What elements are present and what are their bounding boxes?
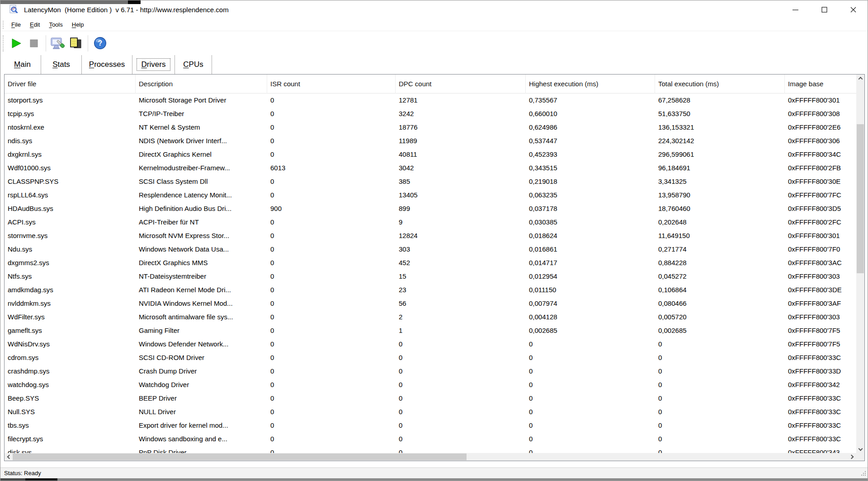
column-header-highest-execution[interactable]: Highest execution (ms): [526, 75, 655, 93]
cell-image-base: 0xFFFFF800'3DE: [785, 283, 856, 297]
cell-dpc-count: 452: [396, 256, 526, 270]
report-button[interactable]: [67, 34, 85, 52]
table-row[interactable]: filecrypt.sys Windows sandboxing and e..…: [5, 432, 856, 446]
scroll-down-button[interactable]: [856, 445, 864, 453]
table-row[interactable]: gameflt.sys Gaming Filter 0 1 0,002685 0…: [5, 324, 856, 337]
horizontal-scrollbar[interactable]: [5, 453, 856, 461]
cell-highest-execution: 0: [526, 378, 655, 392]
resize-grip[interactable]: [865, 475, 866, 476]
menu-item-file[interactable]: File: [7, 20, 25, 30]
table-row[interactable]: tbs.sys Export driver for kernel mod... …: [5, 419, 856, 432]
tab-main[interactable]: Main: [4, 55, 41, 74]
help-button[interactable]: ?: [91, 34, 109, 52]
vertical-scrollbar[interactable]: [856, 75, 864, 453]
menu-item-help[interactable]: Help: [67, 20, 89, 30]
cell-description: Kernelmodustreiber-Framew...: [136, 161, 267, 175]
cell-highest-execution: 0,002685: [526, 324, 655, 337]
tab-drivers[interactable]: Drivers: [132, 55, 175, 74]
cell-image-base: 0xFFFFF800'2FC: [785, 215, 856, 229]
table-row[interactable]: stornvme.sys Microsoft NVM Express Stor.…: [5, 229, 856, 243]
table-row[interactable]: disk.sys PnP Disk Driver 0 0 0 0 0xFFFFF…: [5, 446, 856, 453]
stop-monitor-button[interactable]: [25, 34, 43, 52]
cell-image-base: 0xFFFFF800'33C: [785, 351, 856, 364]
cell-total-execution: 0,202648: [655, 215, 785, 229]
cell-description: TCP/IP-Treiber: [136, 107, 267, 121]
cell-description: Watchdog Driver: [136, 378, 267, 392]
cell-driver-file: cdrom.sys: [5, 351, 136, 364]
cell-total-execution: 18,760460: [655, 202, 785, 215]
table-row[interactable]: ntoskrnl.exe NT Kernel & System 0 18776 …: [5, 121, 856, 134]
status-text: Status: Ready: [4, 470, 41, 476]
column-header-dpc-count[interactable]: DPC count: [396, 75, 526, 93]
scroll-up-button[interactable]: [856, 75, 864, 82]
cell-dpc-count: 385: [396, 175, 526, 188]
cell-dpc-count: 0: [396, 378, 526, 392]
table-row[interactable]: nvlddmkm.sys NVIDIA Windows Kernel Mod..…: [5, 297, 856, 310]
table-row[interactable]: Null.SYS NULL Driver 0 0 0 0 0xFFFFF800'…: [5, 405, 856, 419]
table-row[interactable]: ndis.sys NDIS (Network Driver Interf... …: [5, 134, 856, 148]
monitor-screwdriver-icon: [50, 36, 66, 51]
cell-dpc-count: 11989: [396, 134, 526, 148]
chevron-up-icon: [858, 77, 863, 81]
table-row[interactable]: dxgkrnl.sys DirectX Graphics Kernel 0 40…: [5, 148, 856, 161]
vertical-scroll-thumb[interactable]: [857, 124, 864, 273]
table-row[interactable]: storport.sys Microsoft Storage Port Driv…: [5, 93, 856, 107]
cell-dpc-count: 15: [396, 270, 526, 283]
scroll-left-button[interactable]: [5, 453, 13, 461]
cell-driver-file: storport.sys: [5, 93, 136, 107]
cell-highest-execution: 0,660010: [526, 107, 655, 121]
column-header-total-execution[interactable]: Total execution (ms): [655, 75, 785, 93]
maximize-button[interactable]: [810, 0, 839, 19]
cell-highest-execution: 0,011150: [526, 283, 655, 297]
cell-image-base: 0xFFFFF800'308: [785, 107, 856, 121]
app-icon: [9, 5, 19, 14]
tab-stats[interactable]: Stats: [41, 55, 82, 74]
cell-dpc-count: 899: [396, 202, 526, 215]
table-row[interactable]: crashdmp.sys Crash Dump Driver 0 0 0 0 0…: [5, 364, 856, 378]
menu-gripper: [3, 21, 4, 29]
table-row[interactable]: Wdf01000.sys Kernelmodustreiber-Framew..…: [5, 161, 856, 175]
scroll-right-button[interactable]: [848, 453, 856, 461]
table-row[interactable]: Ntfs.sys NT-Dateisystemtreiber 0 15 0,01…: [5, 270, 856, 283]
cell-isr-count: 0: [267, 215, 396, 229]
table-row[interactable]: ACPI.sys ACPI-Treiber für NT 0 9 0,03038…: [5, 215, 856, 229]
start-monitor-button[interactable]: [7, 34, 25, 52]
tab-processes[interactable]: Processes: [82, 55, 132, 74]
menu-item-tools[interactable]: Tools: [44, 20, 67, 30]
table-row[interactable]: Beep.SYS BEEP Driver 0 0 0 0 0xFFFFF800'…: [5, 392, 856, 405]
cell-highest-execution: 0: [526, 337, 655, 351]
cell-isr-count: 0: [267, 188, 396, 202]
cell-total-execution: 0: [655, 419, 785, 432]
table-row[interactable]: WdNisDrv.sys Windows Defender Network...…: [5, 337, 856, 351]
cell-total-execution: 224,302142: [655, 134, 785, 148]
cell-highest-execution: 0: [526, 419, 655, 432]
cell-dpc-count: 9: [396, 215, 526, 229]
menu-item-edit[interactable]: Edit: [25, 20, 44, 30]
close-button[interactable]: [839, 0, 868, 19]
cell-dpc-count: 12781: [396, 93, 526, 107]
table-row[interactable]: WdFilter.sys Microsoft antimalware file …: [5, 310, 856, 324]
horizontal-scroll-thumb[interactable]: [13, 453, 467, 460]
column-header-image-base[interactable]: Image base: [785, 75, 856, 93]
table-row[interactable]: cdrom.sys SCSI CD-ROM Driver 0 0 0 0 0xF…: [5, 351, 856, 364]
column-header-driver-file[interactable]: Driver file: [5, 75, 136, 93]
tab-cpus[interactable]: CPUs: [175, 55, 212, 74]
cell-total-execution: 136,153321: [655, 121, 785, 134]
table-row[interactable]: CLASSPNP.SYS SCSI Class System Dll 0 385…: [5, 175, 856, 188]
table-row[interactable]: amdkmdag.sys ATI Radeon Kernel Mode Dri.…: [5, 283, 856, 297]
table-row[interactable]: watchdog.sys Watchdog Driver 0 0 0 0 0xF…: [5, 378, 856, 392]
cell-isr-count: 0: [267, 364, 396, 378]
cell-driver-file: stornvme.sys: [5, 229, 136, 243]
table-row[interactable]: HDAudBus.sys High Definition Audio Bus D…: [5, 202, 856, 215]
table-row[interactable]: rspLLL64.sys Resplendence Latency Monit.…: [5, 188, 856, 202]
cell-driver-file: disk.sys: [5, 446, 136, 453]
column-header-description[interactable]: Description: [136, 75, 267, 93]
table-row[interactable]: tcpip.sys TCP/IP-Treiber 0 3242 0,660010…: [5, 107, 856, 121]
analyze-button[interactable]: [49, 34, 67, 52]
minimize-button[interactable]: [781, 0, 810, 19]
cell-highest-execution: 0,624986: [526, 121, 655, 134]
cell-image-base: 0xFFFFF800'303: [785, 310, 856, 324]
table-row[interactable]: dxgmms2.sys DirectX Graphics MMS 0 452 0…: [5, 256, 856, 270]
table-row[interactable]: Ndu.sys Windows Network Data Usa... 0 30…: [5, 243, 856, 256]
column-header-isr-count[interactable]: ISR count: [267, 75, 396, 93]
